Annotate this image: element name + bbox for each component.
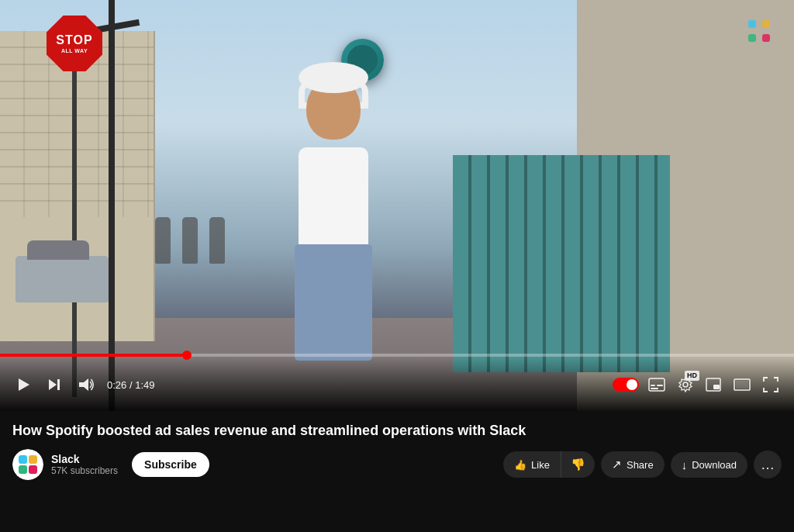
svg-marker-7: [79, 378, 88, 391]
stop-octagon: STOP ALL WAY: [47, 16, 102, 71]
svg-rect-14: [713, 385, 720, 389]
miniplayer-button[interactable]: [703, 375, 724, 395]
video-thumbnail[interactable]: STOP ALL WAY Subway New York City Transi…: [0, 0, 794, 411]
subway-fence: [453, 155, 670, 372]
street-light-pole: [109, 0, 115, 411]
like-dislike-group: 👍 Like 👎: [503, 451, 595, 478]
right-controls: HD: [613, 374, 782, 396]
svg-rect-20: [29, 455, 37, 464]
play-button[interactable]: [12, 374, 34, 396]
svg-marker-5: [49, 379, 57, 390]
fullscreen-icon: [763, 377, 778, 392]
svg-rect-11: [651, 388, 658, 389]
settings-button[interactable]: HD: [675, 374, 696, 396]
slack-avatar-icon: [12, 449, 43, 480]
person-head: [306, 78, 361, 140]
theater-button[interactable]: [730, 375, 754, 394]
video-progress-bar[interactable]: [0, 354, 794, 357]
channel-avatar[interactable]: [12, 449, 43, 480]
svg-rect-1: [748, 34, 756, 42]
play-icon: [16, 377, 31, 392]
channel-subscribers: 57K subscribers: [51, 465, 118, 476]
video-controls: 0:26 / 1:49: [0, 358, 794, 411]
svg-rect-3: [762, 34, 770, 42]
bg-person-1: [155, 217, 171, 264]
svg-rect-0: [748, 20, 756, 28]
time-display: 0:26 / 1:49: [107, 379, 154, 391]
stop-text: STOP: [56, 34, 92, 47]
time-total: 1:49: [135, 379, 154, 391]
share-button[interactable]: ↗ Share: [601, 451, 665, 478]
svg-point-12: [683, 382, 688, 387]
main-person: [248, 62, 419, 388]
video-player-wrapper: STOP ALL WAY Subway New York City Transi…: [0, 0, 794, 488]
subtitles-icon: [648, 378, 665, 392]
skip-icon: [47, 377, 62, 392]
autoplay-track[interactable]: [613, 378, 639, 392]
like-label: Like: [531, 459, 550, 471]
subscribe-button[interactable]: Subscribe: [132, 452, 209, 477]
share-label: Share: [627, 459, 654, 471]
progress-fill: [0, 354, 187, 357]
svg-rect-21: [29, 465, 37, 474]
subway-entrance: Subway New York City Transit: [453, 124, 670, 372]
channel-name[interactable]: Slack: [51, 453, 118, 465]
skip-button[interactable]: [43, 374, 65, 396]
action-buttons: 👍 Like 👎 ↗ Share ↓: [503, 451, 782, 478]
stop-pole: [72, 71, 77, 397]
bg-person-3: [209, 217, 225, 264]
svg-rect-10: [657, 385, 663, 386]
like-button[interactable]: 👍 Like: [503, 451, 561, 478]
svg-rect-2: [762, 20, 770, 28]
svg-point-17: [12, 449, 43, 480]
autoplay-toggle[interactable]: [613, 378, 639, 392]
slack-corner-logo: [744, 16, 778, 50]
volume-icon: [78, 377, 95, 392]
svg-rect-18: [19, 455, 27, 464]
svg-marker-4: [19, 378, 29, 391]
theater-icon: [734, 378, 751, 391]
svg-rect-19: [19, 465, 27, 474]
below-video: How Spotify boosted ad sales revenue and…: [0, 411, 794, 488]
more-options-icon: …: [761, 457, 775, 473]
hd-badge: HD: [685, 371, 699, 381]
more-options-button[interactable]: …: [754, 451, 782, 478]
share-icon: ↗: [612, 458, 622, 472]
video-container[interactable]: STOP ALL WAY Subway New York City Transi…: [0, 0, 794, 488]
volume-button[interactable]: [74, 374, 98, 396]
dislike-thumb-icon: 👎: [571, 458, 585, 472]
svg-rect-16: [736, 381, 748, 389]
download-icon: ↓: [682, 458, 688, 472]
person-body: [287, 124, 380, 357]
background-people: [155, 217, 225, 264]
time-current: 0:26: [107, 379, 126, 391]
like-thumb-icon: 👍: [514, 459, 526, 471]
download-label: Download: [692, 459, 737, 471]
video-title: How Spotify boosted ad sales revenue and…: [12, 422, 782, 440]
fullscreen-button[interactable]: [760, 374, 782, 396]
stop-subtext: ALL WAY: [61, 48, 88, 54]
bg-person-2: [182, 217, 198, 264]
channel-row: Slack 57K subscribers Subscribe 👍 Like 👎: [12, 449, 782, 480]
channel-info: Slack 57K subscribers: [51, 453, 118, 476]
person-legs: [295, 244, 372, 361]
download-button[interactable]: ↓ Download: [671, 452, 747, 478]
person-torso: [299, 147, 368, 248]
miniplayer-icon: [706, 378, 721, 392]
svg-rect-9: [651, 385, 655, 386]
stop-sign: STOP ALL WAY: [47, 16, 102, 397]
subtitles-button[interactable]: [645, 375, 668, 395]
car: [16, 256, 109, 302]
svg-rect-6: [57, 379, 60, 390]
autoplay-thumb: [627, 379, 637, 390]
dislike-button[interactable]: 👎: [561, 451, 595, 478]
slack-svg-icon: [744, 16, 775, 47]
